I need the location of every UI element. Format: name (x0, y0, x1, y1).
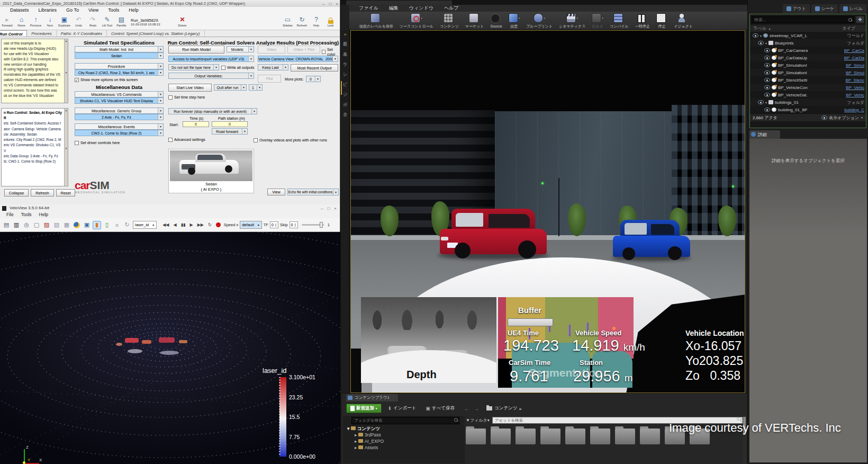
more-plots-dropdown[interactable]: 0▼ (306, 76, 321, 82)
chevron-down-icon[interactable]: ▼ (158, 53, 163, 58)
procedure-value-dropdown[interactable]: City Road 2 (CW2, Row 2, Max 50 km/h, 1 … (75, 69, 164, 76)
outliner-row[interactable]: ▾ buildings_01 フォルダ (750, 99, 866, 106)
actor-type-link[interactable]: ワールド (847, 33, 864, 39)
checkbox-unchecked[interactable] (254, 138, 258, 142)
actor-type-link[interactable]: BP_Stenc (845, 78, 864, 83)
driver-controls-checkbox[interactable]: Set driver controls here (75, 140, 120, 145)
asset-folder-icon[interactable] (640, 429, 660, 444)
eye-icon[interactable] (758, 41, 764, 45)
collapse-button[interactable]: Collapse (4, 189, 29, 197)
ruler-icon[interactable]: ≡ (113, 221, 121, 229)
run-forever-dropdown[interactable]: Run forever (stop manually or with an ev… (168, 108, 257, 114)
eye-icon[interactable] (764, 70, 770, 75)
actor-type-link[interactable]: BP_Simul (846, 63, 864, 68)
most-recent-output-button[interactable]: Most Recent Output (291, 64, 338, 72)
run-count-dropdown[interactable]: 1▼ (249, 84, 263, 91)
laser-id-dropdown[interactable]: laser_id▼ (133, 221, 157, 229)
open-sensor-stream-icon[interactable]: ▤ (2, 221, 11, 229)
scrollbar[interactable]: ▲▼ (64, 109, 68, 186)
video-plot-button[interactable]: Video + Plot (287, 46, 320, 53)
toolbar-button[interactable]: Lock (323, 17, 338, 28)
playback-button[interactable]: ◀ (173, 222, 178, 227)
outliner-row[interactable]: ▾ BP_CarDataUp BP_CarDa (750, 54, 866, 61)
minimize-icon[interactable]: – (321, 205, 323, 212)
outliner-row[interactable]: ▾ streetmap_VCAR_L ワールド (750, 32, 866, 39)
outliner-row[interactable]: ▾ BP_SimulationI BP_Simul (750, 61, 866, 69)
menu-item[interactable]: View (85, 7, 102, 14)
save-data-icon[interactable]: ▥ (12, 221, 21, 229)
chevron-down-icon[interactable]: ▼ (213, 65, 219, 70)
models-dropdown[interactable]: Models:▼ (227, 46, 254, 52)
label-column-header[interactable]: ラベル (753, 25, 766, 31)
mode-tab[interactable]: ビ (341, 82, 349, 88)
asset-folder-icon[interactable] (565, 429, 585, 444)
overview-box[interactable]: n Run Control: Sedan, AI Expo City R els… (1, 108, 68, 186)
expand-caret-icon[interactable]: ▾ (765, 41, 767, 45)
type-column-header[interactable]: タイプ (842, 25, 855, 31)
checkbox-unchecked[interactable] (322, 50, 326, 54)
ue4-toolbar-button[interactable]: ▾ ソースコントロール (397, 13, 436, 29)
tab-paths[interactable]: Paths: X-Y Coordinates (57, 30, 107, 37)
ue4-toolbar-button[interactable]: ▾ 停止 (654, 13, 671, 29)
menu-item[interactable]: Help (36, 212, 51, 218)
menu-item[interactable]: Tools (18, 212, 35, 218)
tree-item[interactable]: ▸ 3rdPass (347, 432, 465, 438)
checkbox-unchecked[interactable] (168, 95, 173, 100)
file-type-dropdown[interactable]: Do not set file type here▼ (168, 64, 219, 70)
ue4-toolbar-button[interactable]: ▾ 設定 (506, 13, 523, 29)
folder-search-input[interactable]: フォルダを検索 (351, 417, 459, 424)
misc-generic-group-dropdown[interactable]: Miscellaneous: Generic Group▼ (75, 108, 164, 114)
menu-item[interactable]: Datasets (6, 7, 33, 14)
menu-item[interactable]: Libraries (35, 7, 61, 14)
eye-icon[interactable] (764, 56, 770, 60)
chevron-down-icon[interactable]: ▼ (332, 56, 338, 61)
toolbar-button[interactable]: ? Help (309, 16, 323, 28)
plot-button[interactable]: Plot (258, 75, 281, 83)
actor-type-link[interactable]: BP_CarDa (844, 56, 864, 60)
lidar-point-cloud-view[interactable]: laser_id 3.100e+0123.2515.57.750.000e+00… (0, 232, 340, 464)
scrollbar[interactable]: ▲▼ (64, 39, 68, 103)
ue4-toolbar-button[interactable]: ▾ コンテンツ (437, 13, 462, 29)
asset-folder-icon[interactable] (466, 429, 486, 444)
chevron-down-icon[interactable]: ▼ (158, 124, 163, 129)
chevron-down-icon[interactable]: ▼ (158, 47, 163, 52)
eye-icon[interactable] (764, 48, 770, 52)
start-station-field[interactable]: 0 (212, 121, 248, 127)
camera-view-dropdown[interactable]: Vehicle Camera View: CROWN-ROYAL_2008▼ (258, 56, 338, 62)
tree-root[interactable]: ▾ コンテンツ (347, 425, 465, 432)
asset-folder-icon[interactable] (516, 429, 536, 444)
ue4-viewport[interactable]: Depth Buffer Segmentation UE4 Time 194.7… (350, 30, 745, 393)
toolbar-button[interactable]: ✎ Lib Tool (100, 16, 114, 28)
chevron-down-icon[interactable]: ▼ (333, 190, 338, 195)
ue4-toolbar-button[interactable]: ▾ 一時停止 (632, 13, 653, 29)
legend-icon[interactable]: ▯ (103, 221, 111, 229)
ue4-toolbar-button[interactable]: ▾ イジェクト (671, 13, 695, 29)
show-more-checkbox[interactable]: ✓ Show more options on this screen (75, 77, 138, 82)
reset-button[interactable]: Reset (56, 189, 75, 197)
minimize-icon[interactable]: – (322, 1, 324, 7)
mode-tab[interactable]: シ (341, 72, 349, 78)
eye-icon[interactable] (764, 93, 770, 97)
asset-folder-icon[interactable] (615, 429, 635, 444)
chevron-down-icon[interactable]: ▼ (248, 73, 254, 78)
chevron-down-icon[interactable]: ▼ (257, 85, 262, 90)
chevron-down-icon[interactable]: ▼ (248, 47, 254, 52)
checkbox-unchecked[interactable] (75, 141, 79, 145)
toolbar-button[interactable]: ↓ Next (43, 16, 57, 28)
outliner-row[interactable]: ▾ BP_VehicleCon BP_Vehic (750, 84, 866, 91)
tf-spinner[interactable]: 0▲▼ (270, 221, 278, 228)
misc-vs-commands-dropdown[interactable]: Miscellaneous: VS Commands▼ (75, 91, 164, 97)
eye-icon[interactable] (764, 78, 770, 82)
toolbar-button[interactable]: ▸ Forward (0, 16, 14, 28)
chevron-down-icon[interactable]: ▼ (315, 76, 320, 82)
misc-events-dropdown[interactable]: Miscellaneous: Events▼ (75, 123, 164, 130)
ue4-toolbar-button[interactable]: ▾ ビルド (589, 13, 606, 29)
toolbar-button[interactable]: ▭ Sidebar (281, 16, 295, 28)
misc-generic-group-value[interactable]: 2 Axle - Fx, Fy, Fz▼ (75, 114, 164, 120)
notes-box[interactable]: ose of this example is toate new Heads-U… (1, 39, 68, 103)
menu-item[interactable]: File (3, 212, 17, 218)
misc-events-value[interactable]: CW2-1. Come to Stop (Row 2)▼ (75, 130, 164, 136)
menu-item[interactable]: ヘルプ (440, 5, 463, 12)
toolbar-button[interactable]: ↻ Refresh (295, 16, 309, 28)
eye-icon[interactable] (764, 85, 770, 90)
